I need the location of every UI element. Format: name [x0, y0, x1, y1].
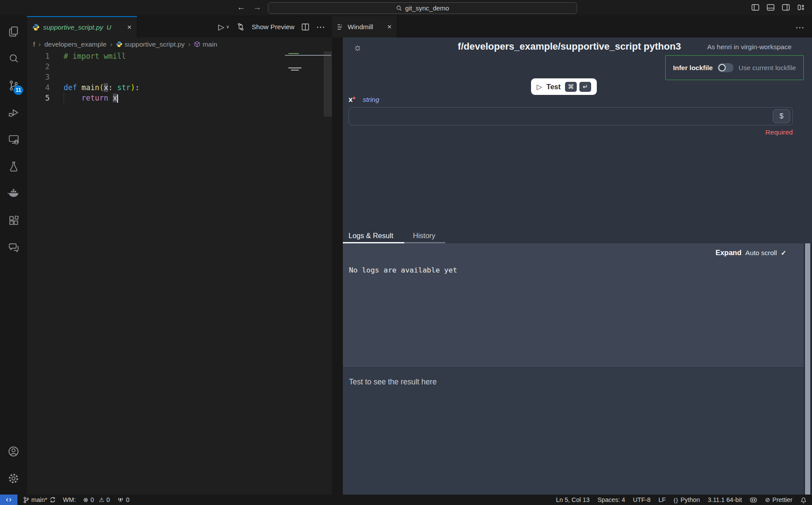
code-comment: # import wmill — [64, 52, 126, 61]
close-icon[interactable]: × — [127, 23, 132, 32]
arg-name: x — [348, 95, 352, 104]
branch-icon — [23, 497, 29, 503]
toggle-sidebar-icon[interactable] — [751, 4, 759, 11]
error-icon: ⊗ — [83, 496, 88, 503]
play-icon: ▷ — [537, 83, 542, 91]
editor-scrollbar[interactable] — [324, 51, 332, 117]
line-number-active: 5 — [27, 93, 50, 103]
indentation[interactable]: Spaces: 4 — [597, 496, 625, 503]
text-cursor — [117, 94, 118, 103]
editor-tab-bar: supportive_script.py U × ▷ ∨ Show Previe… — [27, 16, 332, 37]
remote-indicator[interactable] — [0, 495, 17, 505]
tab-supportive-script[interactable]: supportive_script.py U × — [27, 16, 137, 37]
source-control-icon[interactable]: 11 — [0, 72, 27, 99]
python-file-icon — [116, 41, 122, 47]
chevron-down-icon[interactable]: ∨ — [226, 24, 230, 30]
more-actions-icon[interactable]: ⋯ — [316, 22, 325, 32]
logs-result-tabs: Logs & Result History — [343, 229, 804, 243]
tab-label: supportive_script.py — [43, 24, 103, 31]
arg-x-input[interactable]: $ — [348, 107, 793, 125]
customize-layout-icon[interactable] — [797, 4, 805, 11]
breadcrumb-root[interactable]: f — [33, 40, 35, 48]
remote-explorer-icon[interactable] — [0, 126, 27, 153]
eol-sequence[interactable]: LF — [659, 496, 666, 503]
comments-icon[interactable] — [0, 234, 27, 261]
copilot-icon[interactable] — [750, 497, 757, 503]
account-icon[interactable] — [0, 438, 27, 465]
breadcrumb-separator-icon: › — [188, 40, 190, 48]
testing-icon[interactable] — [0, 153, 27, 180]
auto-scroll-toggle[interactable]: Auto scroll — [745, 249, 777, 257]
variable-picker-button[interactable]: $ — [773, 109, 790, 123]
notifications-bell-icon[interactable] — [800, 497, 807, 503]
run-debug-icon[interactable] — [0, 99, 27, 126]
code-editor[interactable]: 1# import wmill 2 3 4def main(x: str): 5… — [27, 51, 332, 495]
scm-badge: 11 — [14, 85, 23, 95]
windmill-status[interactable]: WM: — [63, 496, 76, 503]
back-icon[interactable]: ← — [237, 3, 245, 12]
breadcrumb-separator-icon: › — [38, 40, 41, 48]
git-branch-status[interactable]: main* — [23, 496, 56, 503]
broadcast-icon — [117, 497, 124, 503]
prettier-status[interactable]: ⊘ Prettier — [765, 496, 792, 503]
prettier-slash-icon: ⊘ — [765, 496, 770, 503]
lockfile-toggle[interactable] — [717, 63, 734, 72]
required-message: Required — [348, 128, 793, 136]
language-mode[interactable]: {} Python — [673, 496, 700, 503]
encoding[interactable]: UTF-8 — [633, 496, 651, 503]
infer-lockfile-label: Infer lockfile — [673, 64, 713, 72]
highlighted-occurrence: x — [113, 94, 117, 102]
ports-status[interactable]: 0 — [117, 496, 129, 503]
search-icon — [396, 5, 402, 11]
argument-label-row: x * string — [348, 95, 379, 104]
toggle-panel-icon[interactable] — [767, 4, 775, 11]
search-view-icon[interactable] — [0, 45, 27, 72]
cursor-position[interactable]: Ln 5, Col 13 — [556, 496, 589, 503]
required-star: * — [352, 96, 355, 104]
docker-icon[interactable] — [0, 180, 27, 207]
breadcrumb-symbol[interactable]: main — [194, 40, 217, 48]
braces-icon: {} — [673, 497, 678, 503]
command-center-search[interactable]: git_sync_demo — [268, 2, 577, 14]
minimap[interactable] — [288, 52, 301, 78]
python-interpreter[interactable]: 3.11.1 64-bit — [708, 496, 742, 503]
result-panel: Test to see the result here — [343, 367, 804, 495]
more-actions-icon[interactable]: ⋯ — [795, 22, 804, 33]
tab-windmill[interactable]: Windmill × — [332, 16, 397, 37]
run-python-file-icon[interactable]: ▷ — [218, 22, 224, 32]
no-logs-message: No logs are available yet — [349, 266, 457, 274]
webview-scrollbar[interactable] — [804, 243, 812, 495]
windmill-tab-bar: Windmill × ⋯ — [332, 16, 812, 37]
show-preview-button[interactable]: Show Preview — [252, 23, 294, 31]
sync-icon — [50, 497, 56, 503]
tab-label: Windmill — [348, 23, 373, 31]
settings-gear-icon[interactable] — [0, 465, 27, 492]
logs-panel: Expand Auto scroll ✓ No logs are availab… — [343, 243, 804, 367]
expand-button[interactable]: Expand — [715, 249, 741, 257]
forward-icon[interactable]: → — [253, 3, 261, 12]
highlighted-occurrence: x — [104, 83, 108, 92]
split-editor-icon[interactable] — [301, 23, 309, 31]
warning-icon: ⚠ — [99, 496, 105, 503]
extensions-icon[interactable] — [0, 207, 27, 234]
git-untracked-badge: U — [107, 24, 111, 31]
windmill-group: Windmill × ⋯ ☼ f/developers_example/supp… — [332, 16, 812, 495]
explorer-icon[interactable] — [0, 18, 27, 45]
test-button[interactable]: ▷ Test ⌘ ↵ — [531, 78, 597, 95]
cmd-key-icon: ⌘ — [565, 82, 577, 92]
tab-logs-result[interactable]: Logs & Result — [348, 232, 393, 240]
compare-changes-icon[interactable] — [237, 23, 245, 31]
windmill-webview: ☼ f/developers_example/supportive_script… — [343, 37, 812, 495]
result-placeholder: Test to see the result here — [349, 377, 436, 387]
scrollbar-thumb[interactable] — [805, 243, 810, 495]
problems-status[interactable]: ⊗ 0 ⚠ 0 — [83, 496, 110, 503]
breadcrumb-folder[interactable]: developers_example — [44, 40, 107, 48]
breadcrumb-file[interactable]: supportive_script.py — [116, 40, 185, 48]
line-number: 3 — [27, 72, 50, 82]
tab-history[interactable]: History — [413, 232, 435, 240]
line-number: 1 — [27, 51, 50, 61]
indent-guide — [64, 93, 64, 103]
symbol-cube-icon — [194, 41, 200, 47]
toggle-secondary-sidebar-icon[interactable] — [782, 4, 790, 11]
close-icon[interactable]: × — [387, 23, 392, 31]
